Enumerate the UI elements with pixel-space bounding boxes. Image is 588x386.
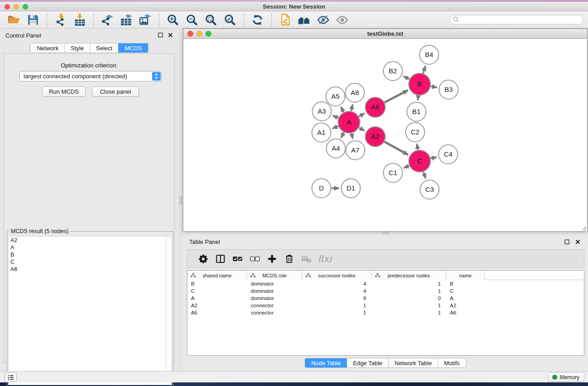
optimization-criterion-select[interactable]: largest connected component (directed)	[19, 71, 162, 81]
tab-network[interactable]: Network	[31, 43, 64, 52]
close-panel-button[interactable]: Close panel	[92, 86, 139, 97]
zoom-fit-content-button[interactable]	[203, 13, 219, 27]
table-cell[interactable]: C	[187, 287, 247, 295]
open-session-button[interactable]	[6, 13, 22, 27]
graph-node-B1[interactable]: B1	[407, 102, 426, 121]
table-cell[interactable]: A2	[187, 302, 247, 309]
first-neighbors-button[interactable]	[296, 13, 312, 27]
table-cell[interactable]: 1	[372, 309, 446, 316]
graph-edge-C-C3[interactable]	[423, 172, 425, 179]
graph-edge-A-A3[interactable]	[333, 116, 339, 118]
graph-node-B2[interactable]: B2	[383, 62, 402, 81]
mcds-result-scrollbar[interactable]	[166, 237, 172, 385]
table-cell[interactable]: A6	[446, 309, 485, 316]
graph-node-C[interactable]: C	[409, 150, 430, 172]
close-panel-icon[interactable]	[167, 32, 173, 38]
graph-edge-A-A7[interactable]	[352, 133, 353, 138]
export-network-button[interactable]	[99, 13, 115, 27]
graph-node-A[interactable]: A	[338, 111, 360, 133]
graph-node-D1[interactable]: D1	[341, 179, 360, 198]
table-row[interactable]: A2connector11A2	[187, 302, 584, 309]
table-cell[interactable]: A	[187, 295, 247, 302]
table-row[interactable]: A6connector11A6	[187, 309, 584, 316]
mcds-result-item[interactable]: A2	[9, 237, 172, 244]
mcds-result-item[interactable]: A	[9, 244, 172, 251]
table-cell[interactable]: 1	[372, 302, 446, 309]
mcds-result-item[interactable]: A6	[9, 266, 172, 273]
graph-node-C3[interactable]: C3	[420, 180, 439, 199]
resize-grip-icon[interactable]	[580, 224, 587, 231]
graph-edge-B-B3[interactable]	[431, 86, 437, 88]
column-header-MCDS-role[interactable]: MCDS role	[247, 271, 302, 280]
table-cell[interactable]: B	[446, 280, 485, 287]
table-cell[interactable]: A2	[446, 302, 485, 309]
table-row[interactable]: Cdominator41C	[187, 287, 584, 295]
dropdown-stepper-icon[interactable]	[152, 72, 161, 81]
table-cell[interactable]: C	[446, 287, 485, 295]
tab-style[interactable]: Style	[64, 43, 90, 52]
save-session-button[interactable]	[25, 13, 41, 27]
graph-node-A7[interactable]: A7	[346, 141, 365, 160]
horizontal-splitter-handle[interactable]	[382, 232, 389, 234]
table-cell[interactable]: connector	[247, 309, 302, 316]
import-table-from-file-button[interactable]	[72, 13, 88, 27]
graph-edge-B-B2[interactable]	[403, 76, 409, 79]
graph-node-C1[interactable]: C1	[383, 163, 402, 182]
column-header-predecessor-nodes[interactable]: predecessor nodes	[372, 271, 446, 280]
table-settings-button[interactable]	[195, 252, 212, 266]
graph-node-D[interactable]: D	[312, 179, 331, 198]
graph-edge-A2-C[interactable]	[384, 142, 408, 155]
graph-node-B3[interactable]: B3	[439, 80, 458, 99]
graph-node-C4[interactable]: C4	[439, 145, 458, 164]
table-row[interactable]: Adominator80A	[187, 295, 584, 302]
table-float-panel-icon[interactable]	[564, 238, 570, 245]
graph-edge-B-B4[interactable]	[423, 66, 425, 73]
create-column-button[interactable]	[263, 252, 281, 266]
graph-node-A1[interactable]: A1	[312, 123, 331, 142]
graph-edge-A-A8[interactable]	[351, 104, 353, 111]
graph-edge-C-C1[interactable]	[404, 166, 409, 168]
run-mcds-button[interactable]: Run MCDS	[42, 86, 86, 97]
table-cell[interactable]: 4	[302, 287, 372, 295]
graph-edge-A-A5[interactable]	[341, 107, 344, 112]
column-header-successor-nodes[interactable]: successor nodes	[302, 271, 372, 280]
new-network-from-selection-button[interactable]	[277, 13, 293, 27]
zoom-out-button[interactable]	[184, 13, 200, 27]
tab-edge-table[interactable]: Edge Table	[347, 358, 388, 367]
table-cell[interactable]: B	[187, 280, 247, 287]
mcds-result-item[interactable]: C	[9, 258, 172, 266]
vertical-splitter-handle[interactable]	[179, 196, 182, 205]
tab-network-table[interactable]: Network Table	[388, 358, 438, 367]
column-header-name[interactable]: name	[446, 271, 485, 280]
table-close-panel-icon[interactable]	[574, 238, 581, 245]
mcds-result-list[interactable]: A2ABCA6	[8, 236, 172, 385]
memory-button[interactable]: Memory	[548, 372, 584, 382]
deselect-all-button[interactable]	[246, 252, 263, 266]
function-builder-button[interactable]: f(x)	[315, 254, 332, 263]
table-cell[interactable]: 8	[302, 295, 372, 302]
search-box[interactable]	[449, 15, 583, 24]
float-panel-icon[interactable]	[157, 32, 163, 38]
graph-node-A3[interactable]: A3	[312, 102, 331, 121]
select-all-button[interactable]	[229, 252, 246, 266]
table-cell[interactable]: 4	[302, 280, 372, 287]
graph-edge-C-C2[interactable]	[417, 144, 418, 150]
delete-table-button[interactable]	[298, 252, 315, 266]
graph-node-C2[interactable]: C2	[406, 123, 425, 142]
tab-motifs[interactable]: Motifs	[438, 358, 466, 367]
table-cell[interactable]: A6	[187, 309, 247, 316]
graph-edge-A6-B[interactable]	[384, 90, 408, 102]
hide-selected-button[interactable]	[315, 13, 331, 27]
vertical-splitter[interactable]	[179, 29, 183, 371]
delete-columns-button[interactable]	[281, 252, 298, 266]
toggle-panel-button[interactable]	[212, 252, 229, 266]
mcds-result-item[interactable]: B	[9, 251, 172, 258]
search-input[interactable]	[459, 16, 583, 24]
graph-edge-A-A6[interactable]	[359, 113, 365, 116]
apply-preferred-layout-button[interactable]	[249, 13, 266, 27]
graph-node-A8[interactable]: A8	[345, 83, 364, 102]
graph-node-A4[interactable]: A4	[326, 139, 345, 158]
table-cell[interactable]: 0	[372, 295, 446, 302]
table-cell[interactable]: dominator	[247, 287, 302, 295]
table-cell[interactable]: dominator	[247, 295, 302, 302]
